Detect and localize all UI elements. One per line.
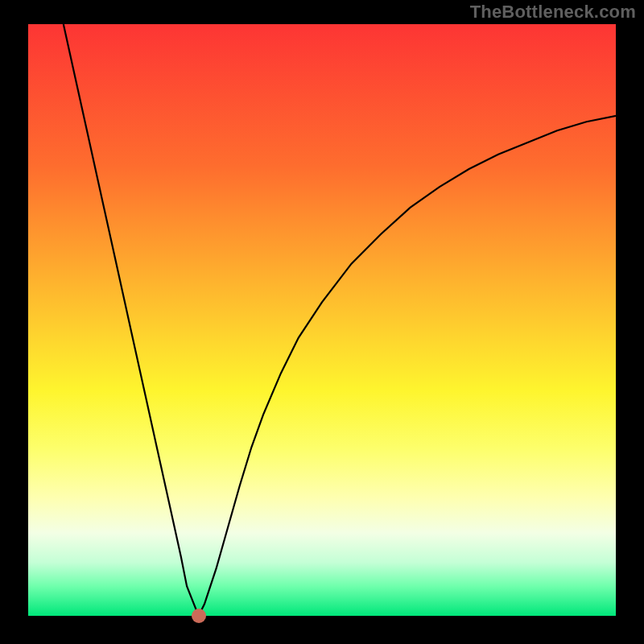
- attribution-label: TheBottleneck.com: [470, 2, 636, 23]
- optimal-point-marker: [192, 609, 206, 623]
- plot-area: [28, 24, 616, 616]
- curve-svg: [28, 24, 616, 616]
- bottleneck-curve: [64, 24, 616, 616]
- chart-frame: TheBottleneck.com: [0, 0, 644, 644]
